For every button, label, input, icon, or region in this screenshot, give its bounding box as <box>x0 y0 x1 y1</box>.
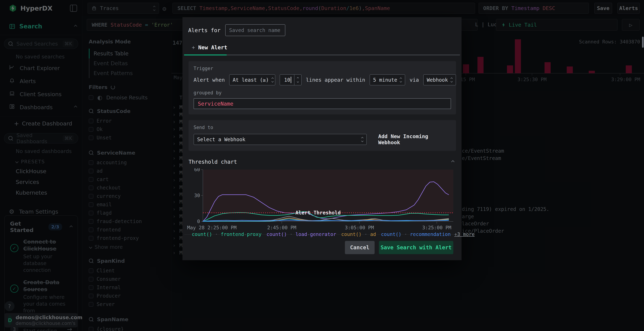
lines-label: lines appear within <box>306 77 365 83</box>
svg-text:3:05:00 PM: 3:05:00 PM <box>345 225 374 230</box>
scrollbar[interactable] <box>642 37 644 48</box>
svg-text:0: 0 <box>197 219 200 224</box>
svg-text:30: 30 <box>194 193 200 198</box>
via-label: via <box>410 77 419 83</box>
svg-text:2:45:00 PM: 2:45:00 PM <box>267 225 296 230</box>
window-select[interactable]: 5 minute <box>370 74 405 85</box>
svg-text:60: 60 <box>194 168 200 172</box>
comparator-select[interactable]: At least (≥) <box>229 74 275 85</box>
cancel-button[interactable]: Cancel <box>345 241 374 254</box>
grouped-by-label: grouped by <box>194 90 451 95</box>
saved-search-name-input[interactable] <box>225 24 285 36</box>
send-to-card: Send to Select a Webhook Add New Incomin… <box>188 120 456 151</box>
alert-modal: Alerts for + New Alert Trigger Alert whe… <box>182 17 462 260</box>
threshold-chart: 03060May 28 2:25:00 PM2:45:00 PM3:05:00 … <box>184 168 460 231</box>
select-chevrons-icon <box>362 137 363 142</box>
text-caret <box>291 77 291 83</box>
svg-text:3:25:00 PM: 3:25:00 PM <box>422 225 451 230</box>
threshold-chart-title: Threshold chart <box>188 159 237 165</box>
group-by-input[interactable]: ServiceName <box>194 98 451 109</box>
modal-title: Alerts for <box>188 27 220 33</box>
active-tab-indicator <box>184 54 227 55</box>
plus-icon: + <box>192 44 195 50</box>
channel-select[interactable]: Webhook <box>423 74 456 85</box>
select-chevrons-icon <box>451 78 452 82</box>
select-chevrons-icon <box>272 78 273 82</box>
collapse-chart-icon[interactable] <box>451 160 454 163</box>
svg-text:May 28 2:25:00 PM: May 28 2:25:00 PM <box>187 225 236 230</box>
trigger-label: Trigger <box>194 66 451 71</box>
save-search-with-alert-button[interactable]: Save Search with Alert <box>379 241 453 254</box>
webhook-select[interactable]: Select a Webhook <box>194 134 367 145</box>
add-webhook-button[interactable]: Add New Incoming Webhook <box>378 133 451 145</box>
number-stepper[interactable] <box>294 75 301 85</box>
threshold-input[interactable]: 10 <box>280 74 302 85</box>
svg-text:Alert Threshold: Alert Threshold <box>296 210 341 216</box>
select-chevrons-icon <box>400 78 402 82</box>
tab-new-alert[interactable]: + New Alert <box>192 44 227 54</box>
trigger-card: Trigger Alert when At least (≥) 10 lines… <box>188 61 456 114</box>
alert-when-label: Alert when <box>194 77 225 83</box>
send-to-label: Send to <box>194 125 451 130</box>
